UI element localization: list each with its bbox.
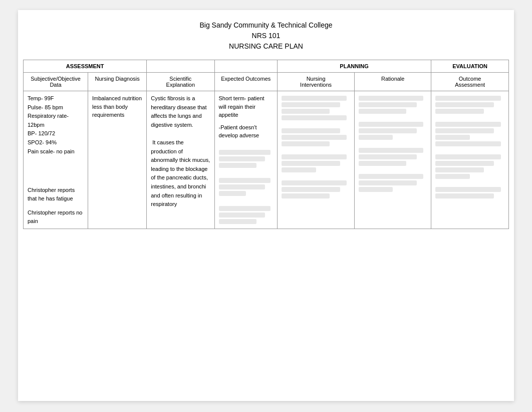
nursing-diagnosis-cell: Imbalanced nutrition less than body requ…	[88, 91, 147, 229]
rationale-cell	[355, 91, 431, 229]
expected-section-header	[214, 60, 277, 73]
col-header-nursing-diagnosis: Nursing Diagnosis	[88, 73, 147, 91]
outcome-blurred	[435, 96, 504, 198]
interventions-blurred	[282, 96, 350, 198]
care-plan-table: ASSESSMENT PLANNING EVALUATION Subjectiv…	[23, 60, 509, 229]
col-header-rationale: Rationale	[355, 73, 431, 91]
vital-pain: Pain scale- no pain	[28, 147, 84, 156]
vital-bp: BP- 120/72	[28, 129, 84, 138]
document-header: Big Sandy Community & Technical College …	[23, 20, 509, 52]
scientific-explanation-cell: Cystic fibrosis is a hereditary disease …	[147, 91, 214, 229]
nursing-diagnosis-text: Imbalanced nutrition less than body requ…	[92, 94, 142, 119]
rationale-blurred	[359, 96, 427, 192]
col-header-scientific: ScientificExplanation	[147, 73, 214, 91]
vitals-section: Temp- 99F Pulse- 85 bpm Respiratory rate…	[28, 94, 84, 156]
interventions-cell	[277, 91, 354, 229]
scientific-text: Cystic fibrosis is a hereditary disease …	[151, 94, 210, 209]
evaluation-section-header: EVALUATION	[431, 60, 509, 73]
col-header-expected: Expected Outcomes	[214, 73, 277, 91]
report-no-pain: Christopher reports no pain	[28, 209, 84, 225]
col-header-subjective: Subjective/Objective Data	[24, 73, 88, 91]
expected-blurred-content	[219, 150, 273, 224]
header-line1: Big Sandy Community & Technical College	[23, 20, 509, 31]
expected-short-term: Short term- patient will regain their ap…	[219, 94, 273, 119]
outcome-assessment-cell	[431, 91, 509, 229]
header-line3: NURSING CARE PLAN	[23, 41, 509, 52]
col-header-outcome: OutcomeAssessment	[431, 73, 509, 91]
report-fatigue: Christopher reports that he has fatigue	[28, 186, 84, 202]
subjective-data-cell: Temp- 99F Pulse- 85 bpm Respiratory rate…	[24, 91, 88, 229]
expected-long-term: -Patient doesn't develop adverse	[219, 123, 273, 140]
scientific-section-header	[147, 60, 214, 73]
page: Big Sandy Community & Technical College …	[18, 10, 514, 401]
col-header-interventions: NursingInterventions	[277, 73, 354, 91]
vital-spo2: SPO2- 94%	[28, 138, 84, 147]
assessment-section-header: ASSESSMENT	[24, 60, 147, 73]
planning-section-header: PLANNING	[277, 60, 431, 73]
expected-outcomes-cell: Short term- patient will regain their ap…	[214, 91, 277, 229]
vital-resp: Respiratory rate- 12bpm	[28, 112, 84, 129]
header-line2: NRS 101	[23, 31, 509, 41]
vital-temp: Temp- 99F	[28, 94, 84, 103]
vital-pulse: Pulse- 85 bpm	[28, 103, 84, 112]
